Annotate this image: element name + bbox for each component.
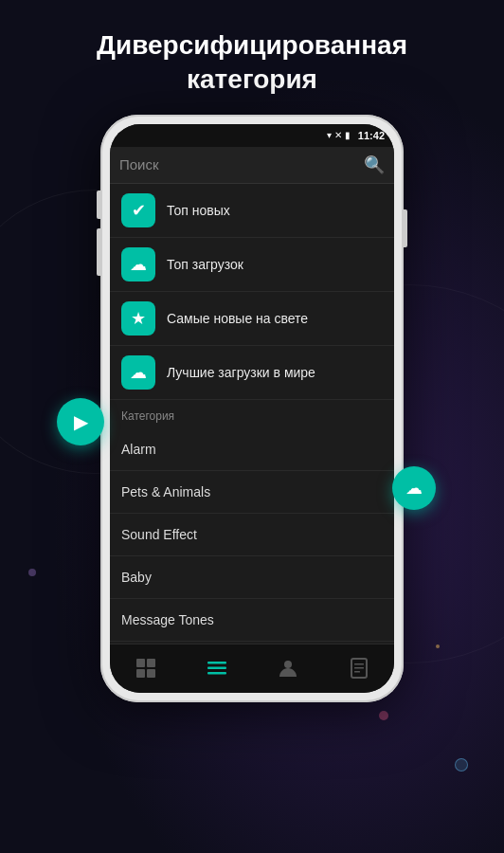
menu-item-top-downloads[interactable]: ☁ Топ загрузок	[110, 238, 394, 292]
svg-rect-4	[207, 662, 226, 664]
category-item-message-tones[interactable]: Message Tones	[110, 599, 394, 642]
status-time: 11:42	[358, 130, 385, 141]
baby-label: Baby	[121, 570, 152, 585]
cloud-download-icon: ☁	[130, 254, 147, 275]
wifi-icon: ▾	[327, 130, 332, 140]
newest-icon-box: ★	[121, 301, 155, 336]
play-button[interactable]: ▶	[57, 398, 104, 445]
sound-effect-label: Sound Effect	[121, 527, 197, 542]
top-downloads-label: Топ загрузок	[167, 257, 243, 272]
cloud-icon: ☁	[405, 478, 423, 499]
nav-list[interactable]	[181, 644, 252, 693]
menu-list: ✔ Топ новых ☁ Топ загрузок ★ Самые новые…	[110, 184, 394, 644]
pets-label: Pets & Animals	[121, 484, 210, 499]
search-icon[interactable]: 🔍	[364, 154, 385, 175]
status-icons: ▾ ✕ ▮	[327, 130, 351, 140]
list-icon	[207, 658, 227, 679]
top-downloads-icon-box: ☁	[121, 247, 155, 281]
alarm-label: Alarm	[121, 442, 156, 457]
star-icon: ★	[131, 308, 146, 329]
status-bar: ▾ ✕ ▮ 11:42	[110, 124, 394, 147]
nav-profile[interactable]	[252, 644, 323, 693]
menu-item-top-new[interactable]: ✔ Топ новых	[110, 184, 394, 238]
top-new-icon-box: ✔	[121, 193, 155, 227]
volume-up-button	[97, 191, 100, 219]
nav-grid[interactable]	[110, 644, 181, 693]
search-input[interactable]: Поиск	[119, 156, 364, 172]
page-title: Диверсифицированная категория	[59, 28, 445, 98]
grid-icon	[135, 658, 156, 679]
best-downloads-label: Лучшие загрузки в мире	[167, 365, 315, 380]
svg-rect-5	[207, 667, 226, 670]
svg-point-7	[284, 661, 292, 668]
svg-rect-11	[354, 671, 360, 673]
svg-rect-10	[354, 667, 364, 669]
svg-rect-2	[136, 669, 145, 678]
svg-rect-0	[136, 659, 145, 667]
newest-label: Самые новые на свете	[167, 311, 308, 326]
category-item-sound-effect[interactable]: Sound Effect	[110, 514, 394, 556]
menu-item-newest[interactable]: ★ Самые новые на свете	[110, 292, 394, 346]
bottom-navigation	[110, 644, 394, 693]
svg-rect-1	[147, 659, 155, 667]
cloud2-icon: ☁	[130, 362, 147, 383]
profile-icon	[278, 658, 298, 679]
play-icon: ▶	[74, 410, 88, 433]
battery-icon: ▮	[345, 130, 351, 140]
top-new-label: Топ новых	[167, 203, 230, 218]
signal-icon: ✕	[334, 130, 342, 140]
phone-frame: ▾ ✕ ▮ 11:42 Поиск 🔍 ✔ Топ новых ☁	[100, 115, 404, 702]
category-label: Категория	[110, 400, 394, 428]
notes-icon	[349, 658, 369, 679]
menu-item-best-downloads[interactable]: ☁ Лучшие загрузки в мире	[110, 346, 394, 400]
svg-rect-3	[147, 669, 155, 678]
search-bar: Поиск 🔍	[110, 147, 394, 184]
power-button	[404, 209, 407, 247]
best-downloads-icon-box: ☁	[121, 355, 155, 390]
volume-down-button	[97, 228, 100, 276]
category-item-alarm[interactable]: Alarm	[110, 428, 394, 471]
svg-rect-9	[354, 663, 364, 665]
phone-screen: ▾ ✕ ▮ 11:42 Поиск 🔍 ✔ Топ новых ☁	[110, 124, 394, 693]
message-tones-label: Message Tones	[121, 612, 214, 627]
nav-notes[interactable]	[323, 644, 394, 693]
svg-rect-6	[207, 672, 226, 675]
float-action-button[interactable]: ☁	[392, 466, 436, 510]
check-icon: ✔	[132, 200, 146, 221]
category-item-baby[interactable]: Baby	[110, 556, 394, 599]
category-item-pets[interactable]: Pets & Animals	[110, 471, 394, 514]
